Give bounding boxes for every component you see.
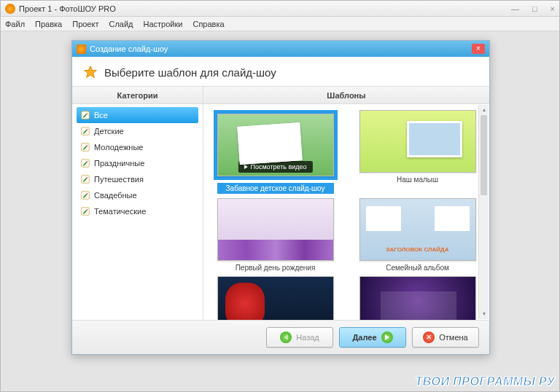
window-title: Проект 1 - ФотоШОУ PRO — [19, 4, 116, 13]
template-thumb: ЗАГОЛОВОК СЛАЙДА — [359, 198, 476, 261]
back-button-label: Назад — [296, 333, 319, 342]
pencil-icon — [81, 159, 90, 168]
dialog-heading: Выберите шаблон для слайд-шоу — [104, 66, 276, 79]
category-item[interactable]: Свадебные — [77, 187, 198, 203]
watch-video-button[interactable]: Посмотреть видео — [238, 161, 312, 173]
category-item[interactable]: Путешествия — [77, 171, 198, 187]
template-label: Первый день рождения — [217, 264, 334, 272]
templates-grid: Посмотреть видеоЗабавное детское слайд-ш… — [208, 110, 485, 320]
template-item[interactable] — [208, 276, 343, 320]
cancel-button[interactable]: ✕ Отмена — [412, 327, 479, 348]
pencil-icon — [81, 111, 90, 119]
categories-header: Категории — [72, 87, 203, 104]
star-icon — [82, 64, 98, 80]
pencil-icon — [81, 175, 90, 184]
menu-item-5[interactable]: Справка — [192, 20, 224, 28]
template-label: Семейный альбом — [359, 264, 476, 272]
template-item[interactable]: Первый день рождения — [208, 198, 343, 272]
template-thumb — [359, 110, 476, 173]
menu-item-0[interactable]: Файл — [5, 20, 25, 28]
dialog-icon — [77, 44, 86, 54]
category-label: Тематические — [94, 207, 146, 216]
play-icon — [244, 165, 247, 169]
category-item[interactable]: Все — [77, 107, 198, 123]
back-button[interactable]: Назад — [266, 327, 333, 348]
category-item[interactable]: Молодежные — [77, 139, 198, 155]
arrow-left-icon — [280, 332, 292, 343]
templates-header: Шаблоны — [203, 87, 489, 104]
template-item[interactable]: Наш малыш — [350, 110, 485, 194]
category-label: Молодежные — [94, 143, 143, 152]
template-thumb: Посмотреть видео — [217, 114, 334, 176]
pencil-icon — [81, 207, 90, 216]
dialog-close-button[interactable]: × — [472, 44, 485, 54]
watch-video-label: Посмотреть видео — [250, 163, 306, 170]
menu-item-3[interactable]: Слайд — [109, 20, 133, 28]
next-button[interactable]: Далее — [339, 327, 406, 348]
main-window: Проект 1 - ФотоШОУ PRO — □ × ФайлПравкаП… — [0, 0, 560, 392]
category-item[interactable]: Тематические — [77, 203, 198, 219]
dialog-titlebar: Создание слайд-шоу × — [72, 41, 489, 57]
template-label: Забавное детское слайд-шоу — [217, 183, 334, 194]
menu-item-4[interactable]: Настройки — [144, 20, 183, 28]
pencil-icon — [81, 143, 90, 152]
dialog-header: Выберите шаблон для слайд-шоу — [72, 57, 489, 86]
category-item[interactable]: Детские — [77, 123, 198, 139]
category-label: Детские — [94, 127, 124, 136]
close-button[interactable]: × — [551, 4, 555, 13]
category-item[interactable]: Праздничные — [77, 155, 198, 171]
pencil-icon — [81, 127, 90, 136]
template-item[interactable]: ЗАГОЛОВОК СЛАЙДАСемейный альбом — [350, 198, 485, 272]
templates-scroll: Посмотреть видеоЗабавное детское слайд-ш… — [203, 104, 489, 320]
workspace: Создание слайд-шоу × Выберите шаблон для… — [1, 31, 559, 391]
scroll-up-icon[interactable]: ▴ — [479, 105, 489, 115]
titlebar: Проект 1 - ФотоШОУ PRO — □ × — [1, 1, 559, 17]
arrow-right-icon — [381, 332, 393, 343]
create-slideshow-dialog: Создание слайд-шоу × Выберите шаблон для… — [71, 40, 490, 355]
dialog-body: Категории ВсеДетскиеМолодежныеПраздничны… — [72, 86, 489, 321]
categories-list: ВсеДетскиеМолодежныеПраздничныеПутешеств… — [72, 104, 203, 320]
template-item[interactable] — [350, 276, 485, 320]
template-thumb — [359, 276, 476, 320]
app-icon — [5, 4, 15, 14]
minimize-button[interactable]: — — [511, 4, 519, 13]
category-label: Свадебные — [94, 191, 137, 200]
category-label: Путешествия — [94, 175, 144, 184]
svg-marker-0 — [85, 66, 97, 78]
cancel-icon: ✕ — [423, 332, 435, 343]
dialog-footer: Назад Далее ✕ Отмена — [72, 321, 489, 354]
scroll-thumb[interactable] — [481, 115, 487, 195]
template-thumb — [217, 198, 334, 261]
scrollbar[interactable]: ▴ ▾ — [478, 105, 489, 319]
category-label: Все — [94, 111, 108, 119]
category-label: Праздничные — [94, 159, 144, 168]
dialog-title: Создание слайд-шоу — [90, 44, 168, 53]
thumb-caption: ЗАГОЛОВОК СЛАЙДА — [360, 246, 475, 253]
cancel-button-label: Отмена — [439, 333, 467, 342]
categories-panel: Категории ВсеДетскиеМолодежныеПраздничны… — [72, 87, 203, 320]
scroll-down-icon[interactable]: ▾ — [479, 309, 489, 319]
next-button-label: Далее — [352, 333, 376, 342]
menubar: ФайлПравкаПроектСлайдНастройкиСправка — [1, 17, 559, 31]
menu-item-2[interactable]: Проект — [72, 20, 98, 28]
template-label: Наш малыш — [359, 176, 476, 184]
maximize-button[interactable]: □ — [532, 4, 537, 13]
watermark: ТВОИ ПРОГРАММЫ РУ — [416, 375, 556, 388]
template-item[interactable]: Посмотреть видеоЗабавное детское слайд-ш… — [208, 110, 343, 194]
templates-panel: Шаблоны Посмотреть видеоЗабавное детское… — [203, 87, 489, 320]
window-controls: — □ × — [511, 4, 555, 13]
pencil-icon — [81, 191, 90, 200]
template-thumb — [217, 276, 334, 320]
menu-item-1[interactable]: Правка — [35, 20, 62, 28]
